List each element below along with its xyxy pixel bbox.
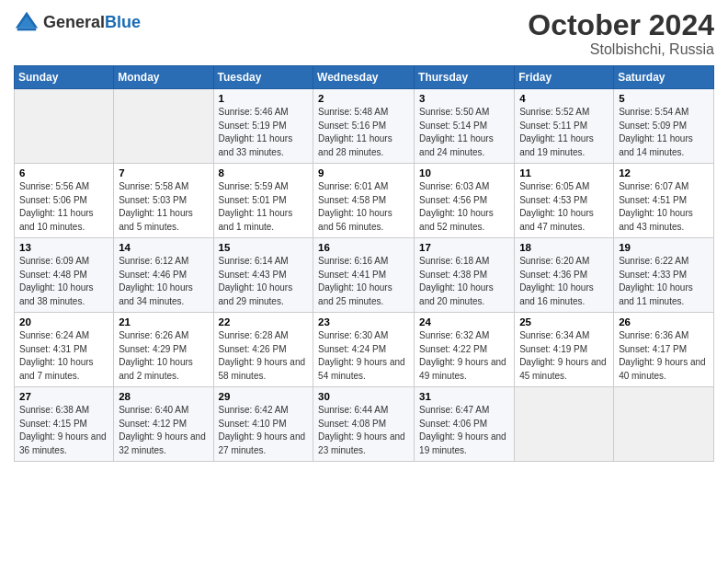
day-info: Sunrise: 6:03 AM Sunset: 4:56 PM Dayligh… [419,180,509,234]
table-row: 10Sunrise: 6:03 AM Sunset: 4:56 PM Dayli… [415,164,515,238]
day-info: Sunrise: 6:24 AM Sunset: 4:31 PM Dayligh… [19,329,108,383]
day-info: Sunrise: 6:28 AM Sunset: 4:26 PM Dayligh… [219,329,309,383]
day-number: 17 [419,242,509,253]
calendar-week-row: 27Sunrise: 6:38 AM Sunset: 4:15 PM Dayli… [15,387,714,462]
day-info: Sunrise: 5:58 AM Sunset: 5:03 PM Dayligh… [119,180,208,234]
header: GeneralBlue October 2024 Stolbishchi, Ru… [14,9,714,58]
table-row: 9Sunrise: 6:01 AM Sunset: 4:58 PM Daylig… [313,164,415,238]
day-info: Sunrise: 6:16 AM Sunset: 4:41 PM Dayligh… [318,255,409,308]
day-info: Sunrise: 6:40 AM Sunset: 4:12 PM Dayligh… [119,404,208,457]
day-number: 29 [219,391,309,402]
table-row: 18Sunrise: 6:20 AM Sunset: 4:36 PM Dayli… [515,238,614,313]
table-row: 14Sunrise: 6:12 AM Sunset: 4:46 PM Dayli… [114,238,213,313]
table-row: 3Sunrise: 5:50 AM Sunset: 5:14 PM Daylig… [415,89,515,164]
day-number: 4 [519,93,609,104]
table-row: 25Sunrise: 6:34 AM Sunset: 4:19 PM Dayli… [515,313,614,387]
table-row: 21Sunrise: 6:26 AM Sunset: 4:29 PM Dayli… [114,313,213,387]
day-info: Sunrise: 6:47 AM Sunset: 4:06 PM Dayligh… [419,404,509,457]
table-row: 20Sunrise: 6:24 AM Sunset: 4:31 PM Dayli… [15,313,114,387]
location: Stolbishchi, Russia [528,41,714,58]
table-row: 12Sunrise: 6:07 AM Sunset: 4:51 PM Dayli… [614,164,714,238]
table-row: 28Sunrise: 6:40 AM Sunset: 4:12 PM Dayli… [114,387,213,462]
calendar-day-header: Sunday [15,66,114,89]
logo: GeneralBlue [14,9,141,35]
day-info: Sunrise: 6:05 AM Sunset: 4:53 PM Dayligh… [519,180,609,234]
day-info: Sunrise: 6:44 AM Sunset: 4:08 PM Dayligh… [318,404,409,457]
day-number: 7 [119,167,208,178]
svg-rect-2 [17,29,37,31]
table-row: 22Sunrise: 6:28 AM Sunset: 4:26 PM Dayli… [213,313,313,387]
day-number: 12 [619,167,709,178]
day-number: 24 [419,316,509,327]
table-row: 6Sunrise: 5:56 AM Sunset: 5:06 PM Daylig… [15,164,114,238]
table-row [614,387,714,462]
day-info: Sunrise: 6:30 AM Sunset: 4:24 PM Dayligh… [318,329,409,383]
day-info: Sunrise: 6:22 AM Sunset: 4:33 PM Dayligh… [619,255,709,308]
day-info: Sunrise: 5:54 AM Sunset: 5:09 PM Dayligh… [619,106,709,159]
day-number: 27 [19,391,108,402]
day-number: 9 [318,167,409,178]
table-row [114,89,213,164]
day-number: 15 [219,242,309,253]
table-row: 7Sunrise: 5:58 AM Sunset: 5:03 PM Daylig… [114,164,213,238]
day-number: 3 [419,93,509,104]
day-number: 22 [219,316,309,327]
day-info: Sunrise: 6:18 AM Sunset: 4:38 PM Dayligh… [419,255,509,308]
month-title: October 2024 [528,9,714,41]
calendar-week-row: 6Sunrise: 5:56 AM Sunset: 5:06 PM Daylig… [15,164,714,238]
calendar-day-header: Wednesday [313,66,415,89]
day-number: 2 [318,93,409,104]
day-number: 21 [119,316,208,327]
table-row [515,387,614,462]
day-number: 11 [519,167,609,178]
day-info: Sunrise: 6:38 AM Sunset: 4:15 PM Dayligh… [19,404,108,457]
day-number: 14 [119,242,208,253]
table-row: 30Sunrise: 6:44 AM Sunset: 4:08 PM Dayli… [313,387,415,462]
day-number: 13 [19,242,108,253]
table-row: 5Sunrise: 5:54 AM Sunset: 5:09 PM Daylig… [614,89,714,164]
day-number: 10 [419,167,509,178]
day-number: 20 [19,316,108,327]
day-info: Sunrise: 6:07 AM Sunset: 4:51 PM Dayligh… [619,180,709,234]
day-info: Sunrise: 6:36 AM Sunset: 4:17 PM Dayligh… [619,329,709,383]
day-info: Sunrise: 6:32 AM Sunset: 4:22 PM Dayligh… [419,329,509,383]
table-row: 2Sunrise: 5:48 AM Sunset: 5:16 PM Daylig… [313,89,415,164]
day-number: 25 [519,316,609,327]
table-row: 8Sunrise: 5:59 AM Sunset: 5:01 PM Daylig… [213,164,313,238]
table-row: 4Sunrise: 5:52 AM Sunset: 5:11 PM Daylig… [515,89,614,164]
day-info: Sunrise: 6:20 AM Sunset: 4:36 PM Dayligh… [519,255,609,308]
day-number: 31 [419,391,509,402]
calendar-day-header: Friday [515,66,614,89]
calendar-day-header: Thursday [415,66,515,89]
day-info: Sunrise: 6:26 AM Sunset: 4:29 PM Dayligh… [119,329,208,383]
day-number: 1 [219,93,309,104]
day-number: 16 [318,242,409,253]
table-row: 23Sunrise: 6:30 AM Sunset: 4:24 PM Dayli… [313,313,415,387]
day-number: 26 [619,316,709,327]
table-row: 26Sunrise: 6:36 AM Sunset: 4:17 PM Dayli… [614,313,714,387]
table-row [15,89,114,164]
table-row: 19Sunrise: 6:22 AM Sunset: 4:33 PM Dayli… [614,238,714,313]
day-number: 30 [318,391,409,402]
day-info: Sunrise: 5:48 AM Sunset: 5:16 PM Dayligh… [318,106,409,159]
logo-text: GeneralBlue [43,14,141,30]
day-info: Sunrise: 6:01 AM Sunset: 4:58 PM Dayligh… [318,180,409,234]
logo-icon [14,9,40,35]
table-row: 31Sunrise: 6:47 AM Sunset: 4:06 PM Dayli… [415,387,515,462]
page: GeneralBlue October 2024 Stolbishchi, Ru… [0,0,728,563]
day-number: 23 [318,316,409,327]
day-number: 6 [19,167,108,178]
day-info: Sunrise: 6:34 AM Sunset: 4:19 PM Dayligh… [519,329,609,383]
table-row: 24Sunrise: 6:32 AM Sunset: 4:22 PM Dayli… [415,313,515,387]
table-row: 1Sunrise: 5:46 AM Sunset: 5:19 PM Daylig… [213,89,313,164]
table-row: 13Sunrise: 6:09 AM Sunset: 4:48 PM Dayli… [15,238,114,313]
day-info: Sunrise: 5:52 AM Sunset: 5:11 PM Dayligh… [519,106,609,159]
day-info: Sunrise: 6:09 AM Sunset: 4:48 PM Dayligh… [19,255,108,308]
calendar-day-header: Tuesday [213,66,313,89]
table-row: 29Sunrise: 6:42 AM Sunset: 4:10 PM Dayli… [213,387,313,462]
day-info: Sunrise: 5:46 AM Sunset: 5:19 PM Dayligh… [219,106,309,159]
calendar-day-header: Saturday [614,66,714,89]
calendar-week-row: 1Sunrise: 5:46 AM Sunset: 5:19 PM Daylig… [15,89,714,164]
day-info: Sunrise: 6:14 AM Sunset: 4:43 PM Dayligh… [219,255,309,308]
calendar-week-row: 20Sunrise: 6:24 AM Sunset: 4:31 PM Dayli… [15,313,714,387]
